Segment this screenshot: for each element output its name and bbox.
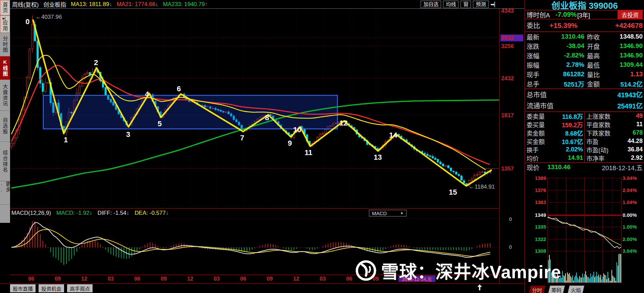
detail-row: 买金额10.67亿市盈44.28 [525, 137, 644, 145]
bottom-tab-0[interactable]: 股市直播 [10, 284, 36, 292]
instrument-title: 创业板指 399006 [525, 0, 644, 10]
invest-button[interactable]: 去投资 [618, 10, 643, 19]
bottom-tabs: 股市直播投资机会高手观点 [10, 284, 93, 292]
sidebar-item-1[interactable]: ▶▏应用 [0, 15, 10, 33]
sidebar-item-0[interactable]: 首页 [0, 0, 10, 15]
mini-chart-tabs: 分时筹码火焰 [529, 286, 584, 293]
market-cap-rows: 总市值41943亿流通市值25491亿 [525, 88, 644, 112]
bottom-tab-1[interactable]: 投资机会 [39, 284, 64, 292]
svg-text:5: 5 [158, 119, 162, 128]
symbol-label: 创业板指 [43, 0, 66, 8]
current-price-row: 现价 1310.46 2018-12-14,五 [525, 162, 644, 172]
svg-text:3.04%: 3.04% [623, 175, 637, 181]
svg-text:11: 11 [305, 148, 312, 157]
svg-text:7: 7 [240, 134, 244, 142]
down-arrow-icon: ↓ [166, 210, 169, 216]
month-tick: 06 [28, 276, 34, 282]
month-tick: 06 [240, 276, 246, 282]
quote-row: 最新1310.46昨收1348.50 [525, 32, 644, 41]
quote-rows: 最新1310.46昨收1348.50涨跌-38.04开盘1346.90涨幅-2.… [525, 32, 644, 88]
indicator-dropdown-label: MACD [372, 210, 387, 216]
mini-tab-火焰[interactable]: 火焰 [568, 286, 584, 293]
down-arrow-icon: ↓ [126, 210, 129, 216]
macd-params: MACD(12,26,9) [11, 210, 51, 216]
svg-text:2.00%: 2.00% [623, 236, 637, 242]
sidebar-item-7[interactable]: 更多·· [0, 181, 10, 205]
chart-toolbar: 周线(复权) 创业板指 MA13: 1811.89↓ MA21: 1774.66… [10, 0, 524, 9]
macd-pane[interactable] [10, 217, 500, 275]
price-tick: 1817 [501, 112, 523, 119]
price-tick: 1357 [501, 165, 523, 172]
main-kline-chart[interactable]: 0123456789101112131415←4037.96←1184.91 [10, 9, 500, 209]
current-price-label: 现价 [527, 163, 539, 172]
divider [0, 283, 525, 284]
app-icon: ▶▏ [3, 17, 7, 20]
month-tick: 09 [55, 276, 61, 282]
fund-tag: [3年] [577, 10, 590, 19]
scroll-up-icon[interactable] [476, 284, 483, 291]
svg-text:1322: 1322 [535, 236, 546, 242]
svg-text:1.04%: 1.04% [623, 199, 637, 205]
svg-text:3.04%: 3.04% [623, 248, 637, 254]
macd-axis-zero: 0 [509, 244, 512, 250]
svg-text:←4037.96: ←4037.96 [36, 14, 62, 20]
sidebar-item-3[interactable]: K线图 [0, 56, 10, 80]
mini-tab-筹码[interactable]: 筹码 [548, 286, 565, 293]
price-tick: 3256 [501, 43, 523, 50]
month-tick: 03 [214, 276, 220, 282]
quote-row: 振幅2.78%最低1309.44 [525, 60, 644, 69]
date-marker: 2018-12-14,五 [398, 276, 435, 282]
cap-row: 流通市值25491亿 [525, 100, 644, 111]
svg-text:10: 10 [293, 126, 301, 134]
svg-text:12: 12 [339, 119, 347, 127]
intraday-mini-chart[interactable]: 13893.04%13762.04%13631.04%13490.00%1335… [525, 175, 644, 285]
period-label[interactable]: 周线(复权) [12, 0, 39, 8]
price-tick: 3532 [500, 35, 523, 41]
detail-row: 换手2.02%市盈(动)36.84 [525, 145, 644, 154]
svg-text:1389: 1389 [535, 175, 546, 181]
svg-text:2: 2 [94, 58, 98, 67]
svg-text:15: 15 [449, 188, 457, 196]
window-button[interactable]: 窗 [461, 1, 471, 8]
down-arrow-icon: ↓ [109, 1, 112, 7]
month-tick: 06 [346, 276, 352, 282]
weibi-diff: +424678 [615, 21, 643, 30]
forecast-button[interactable]: 预测 [473, 1, 488, 8]
sidebar-item-2[interactable]: 分时图 [0, 33, 10, 56]
detail-row: 委卖量116.8万上涨家数49 [525, 112, 644, 120]
month-tick: 09 [373, 276, 379, 282]
svg-text:1.00%: 1.00% [623, 224, 637, 230]
mini-tab-分时[interactable]: 分时 [529, 286, 545, 293]
macd-axis-zero: 0 [509, 216, 512, 222]
weibi-row: 委比 +15.39% +424678 [525, 19, 644, 32]
ma13-value: MA13: 1811.89↓ [71, 1, 112, 8]
detail-row: 卖金额8.68亿下跌家数678 [525, 129, 644, 137]
ma21-value: MA21: 1774.66↓ [117, 1, 158, 8]
sidebar-item-4[interactable]: 大盘资讯 [0, 80, 10, 111]
svg-text:4: 4 [145, 90, 149, 98]
svg-text:1308: 1308 [535, 248, 546, 254]
sidebar-item-6[interactable]: 综合排名 [0, 142, 10, 181]
ma-settings-button[interactable]: 均线 [443, 1, 459, 8]
add-watchlist-button[interactable]: 加自选 [421, 1, 441, 8]
bottom-tab-2[interactable]: 高手观点 [67, 284, 93, 292]
collapse-panel-icon[interactable]: ➡▏ [491, 2, 498, 7]
quote-row: 涨幅-2.82%最高1346.90 [525, 51, 644, 60]
svg-text:0.00%: 0.00% [623, 212, 637, 218]
fund-change: -7.09% [555, 11, 577, 18]
svg-text:1335: 1335 [535, 224, 546, 230]
sidebar-item-5[interactable]: 自选股 [0, 111, 10, 142]
month-tick: 12 [81, 276, 87, 282]
indicator-dropdown[interactable]: MACD ▼ [369, 210, 407, 216]
month-tick: 12 [187, 276, 193, 282]
quote-row: 总手5251万金额514.2亿 [525, 79, 644, 88]
weibi-value: +15.39% [549, 21, 578, 30]
cap-row: 总市值41943亿 [525, 89, 644, 100]
quote-row: 涨跌-38.04开盘1346.90 [525, 41, 644, 51]
chevron-down-icon: ▼ [400, 211, 404, 215]
svg-text:8: 8 [265, 113, 269, 122]
dea-value: DEA: -0.577↓ [135, 210, 168, 216]
down-arrow-icon: ↓ [89, 210, 92, 216]
toolbar-buttons: 加自选 均线 窗 预测 ➡▏ [421, 1, 498, 8]
down-arrow-icon: ↓ [155, 1, 158, 7]
